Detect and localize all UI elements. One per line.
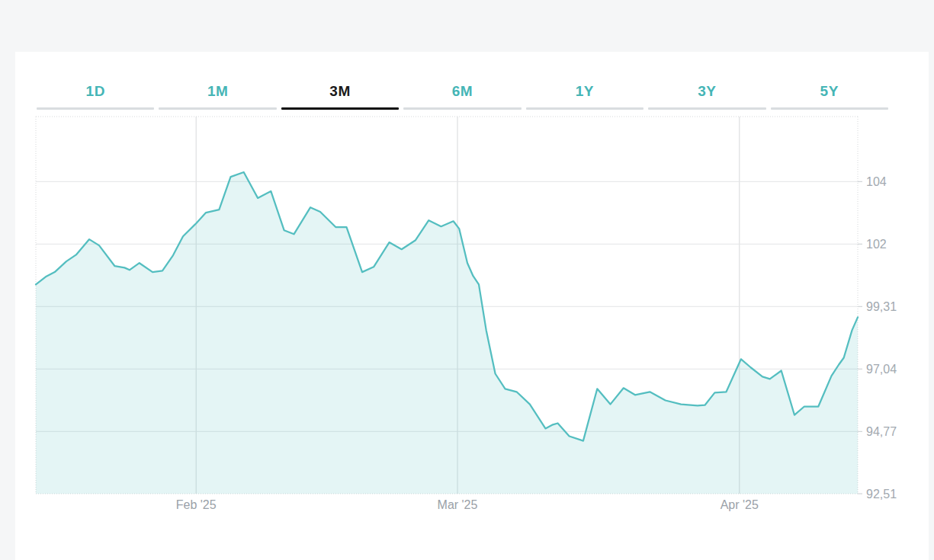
y-axis-label: 97,04 xyxy=(866,363,897,376)
y-axis-label: 99,31 xyxy=(866,300,897,313)
price-chart[interactable]: Feb '25Mar '25Apr '2510410299,3197,0494,… xyxy=(0,0,934,560)
y-axis-label: 102 xyxy=(866,238,887,251)
x-axis-label: Mar '25 xyxy=(438,498,478,511)
x-axis-label: Apr '25 xyxy=(721,498,759,511)
y-axis-label: 94,77 xyxy=(866,425,897,438)
chart-area-fill xyxy=(36,172,858,494)
y-axis-label: 104 xyxy=(866,175,887,188)
y-axis-label: 92,51 xyxy=(866,488,897,501)
x-axis-label: Feb '25 xyxy=(176,498,217,511)
